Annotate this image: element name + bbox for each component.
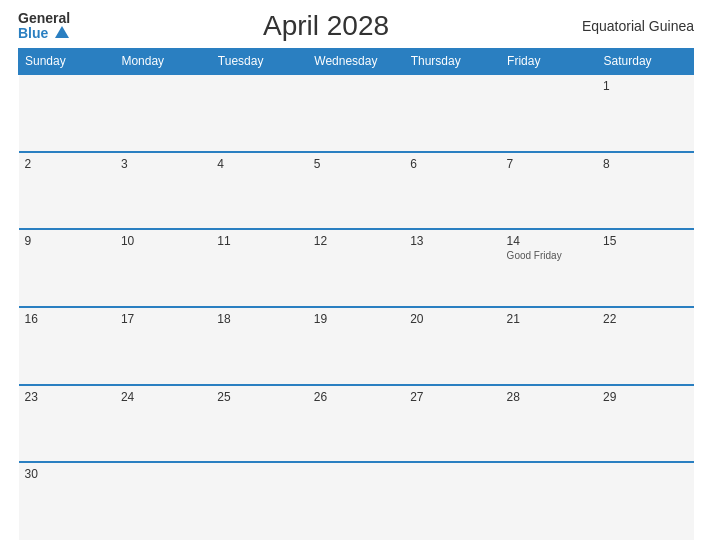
logo-general-text: General	[18, 11, 70, 25]
day-number: 12	[314, 234, 398, 248]
calendar-cell: 30	[19, 462, 115, 540]
calendar-cell: 24	[115, 385, 211, 463]
calendar-cell: 19	[308, 307, 404, 385]
calendar-week-row: 91011121314Good Friday15	[19, 229, 694, 307]
calendar-cell: 22	[597, 307, 693, 385]
logo-triangle-icon	[55, 26, 69, 38]
calendar-week-row: 1	[19, 74, 694, 152]
weekday-header-sunday: Sunday	[19, 49, 115, 75]
day-number: 6	[410, 157, 494, 171]
calendar-cell: 13	[404, 229, 500, 307]
day-number: 22	[603, 312, 687, 326]
calendar-cell: 23	[19, 385, 115, 463]
day-number: 18	[217, 312, 301, 326]
holiday-name: Good Friday	[507, 250, 591, 261]
weekday-header-monday: Monday	[115, 49, 211, 75]
day-number: 23	[25, 390, 109, 404]
calendar-cell: 28	[501, 385, 597, 463]
weekday-header-thursday: Thursday	[404, 49, 500, 75]
calendar-cell: 26	[308, 385, 404, 463]
logo: General Blue	[18, 11, 70, 41]
calendar-cell	[308, 462, 404, 540]
weekday-header-wednesday: Wednesday	[308, 49, 404, 75]
day-number: 26	[314, 390, 398, 404]
logo-blue-text: Blue	[18, 25, 70, 41]
calendar-cell	[597, 462, 693, 540]
calendar-table: SundayMondayTuesdayWednesdayThursdayFrid…	[18, 48, 694, 540]
day-number: 13	[410, 234, 494, 248]
calendar-cell: 16	[19, 307, 115, 385]
day-number: 3	[121, 157, 205, 171]
day-number: 16	[25, 312, 109, 326]
calendar-cell: 5	[308, 152, 404, 230]
calendar-title: April 2028	[263, 10, 389, 42]
calendar-cell: 25	[211, 385, 307, 463]
day-number: 14	[507, 234, 591, 248]
calendar-body: 1234567891011121314Good Friday1516171819…	[19, 74, 694, 540]
day-number: 9	[25, 234, 109, 248]
calendar-cell	[501, 462, 597, 540]
day-number: 20	[410, 312, 494, 326]
calendar-cell	[115, 462, 211, 540]
day-number: 8	[603, 157, 687, 171]
calendar-cell: 21	[501, 307, 597, 385]
calendar-cell: 4	[211, 152, 307, 230]
day-number: 28	[507, 390, 591, 404]
calendar-cell: 11	[211, 229, 307, 307]
calendar-week-row: 16171819202122	[19, 307, 694, 385]
day-number: 2	[25, 157, 109, 171]
day-number: 15	[603, 234, 687, 248]
weekday-header-row: SundayMondayTuesdayWednesdayThursdayFrid…	[19, 49, 694, 75]
weekday-header-saturday: Saturday	[597, 49, 693, 75]
calendar-cell: 12	[308, 229, 404, 307]
calendar-cell: 3	[115, 152, 211, 230]
day-number: 17	[121, 312, 205, 326]
calendar-week-row: 23242526272829	[19, 385, 694, 463]
calendar-cell	[211, 74, 307, 152]
day-number: 5	[314, 157, 398, 171]
calendar-cell: 17	[115, 307, 211, 385]
day-number: 29	[603, 390, 687, 404]
country-name: Equatorial Guinea	[582, 18, 694, 34]
day-number: 19	[314, 312, 398, 326]
calendar-cell: 29	[597, 385, 693, 463]
top-bar: General Blue April 2028 Equatorial Guine…	[18, 10, 694, 42]
calendar-cell	[308, 74, 404, 152]
calendar-cell	[404, 462, 500, 540]
day-number: 10	[121, 234, 205, 248]
calendar-cell: 1	[597, 74, 693, 152]
day-number: 11	[217, 234, 301, 248]
calendar-cell	[404, 74, 500, 152]
weekday-header-tuesday: Tuesday	[211, 49, 307, 75]
day-number: 27	[410, 390, 494, 404]
calendar-cell: 20	[404, 307, 500, 385]
calendar-cell: 6	[404, 152, 500, 230]
calendar-cell	[19, 74, 115, 152]
day-number: 4	[217, 157, 301, 171]
calendar-cell: 10	[115, 229, 211, 307]
calendar-cell: 8	[597, 152, 693, 230]
day-number: 25	[217, 390, 301, 404]
day-number: 7	[507, 157, 591, 171]
day-number: 30	[25, 467, 109, 481]
calendar-week-row: 30	[19, 462, 694, 540]
calendar-cell	[501, 74, 597, 152]
calendar-cell: 7	[501, 152, 597, 230]
calendar-cell: 14Good Friday	[501, 229, 597, 307]
weekday-header-friday: Friday	[501, 49, 597, 75]
day-number: 24	[121, 390, 205, 404]
day-number: 1	[603, 79, 687, 93]
calendar-week-row: 2345678	[19, 152, 694, 230]
calendar-cell	[115, 74, 211, 152]
calendar-cell: 15	[597, 229, 693, 307]
calendar-header: SundayMondayTuesdayWednesdayThursdayFrid…	[19, 49, 694, 75]
calendar-cell: 18	[211, 307, 307, 385]
calendar-cell: 27	[404, 385, 500, 463]
calendar-cell: 2	[19, 152, 115, 230]
calendar-cell	[211, 462, 307, 540]
day-number: 21	[507, 312, 591, 326]
calendar-cell: 9	[19, 229, 115, 307]
